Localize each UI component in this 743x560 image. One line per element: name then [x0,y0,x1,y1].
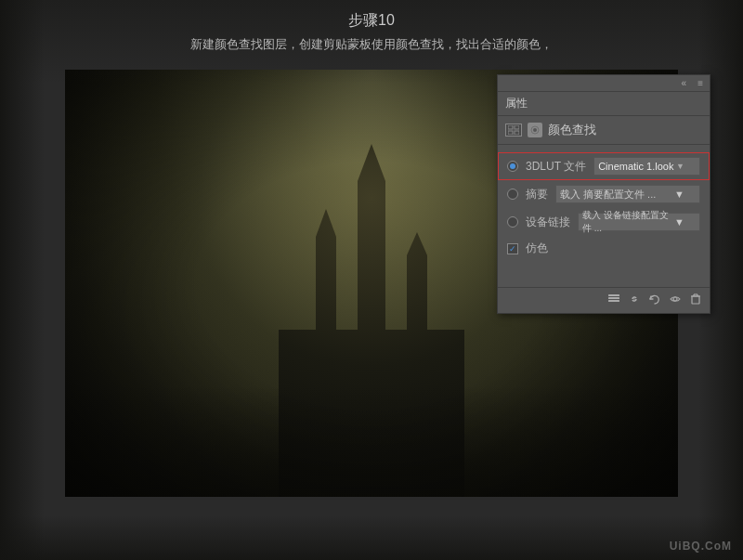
main-content: « ≡ 属性 颜色查找 [0,60,743,543]
panel-body: 3DLUT 文件 Cinematic 1.look ▼ 摘要 载入 摘要配置文件… [498,145,710,268]
lut3d-value: Cinematic 1.look [598,161,673,172]
svg-rect-1 [515,125,519,129]
dither-row[interactable]: ✓ 仿色 [498,236,710,261]
svg-point-5 [533,128,537,132]
properties-panel: « ≡ 属性 颜色查找 [497,74,710,314]
header-area: 步骤10 新建颜色查找图层，创建剪贴蒙板使用颜色查找，找出合适的颜色， [0,0,743,60]
panel-label: 属性 [498,92,710,116]
svg-rect-11 [692,296,699,304]
fog-bottom [65,385,678,497]
svg-rect-3 [515,131,519,135]
tower-left [316,237,336,348]
grid-icon [505,124,522,137]
lut3d-radio[interactable] [507,161,518,172]
panel-topbar: « ≡ [498,75,710,92]
abstract-row[interactable]: 摘要 载入 摘要配置文件 ... ▼ [498,180,710,208]
abstract-value: 载入 摘要配置文件 ... [560,188,656,202]
dither-checkbox[interactable]: ✓ [507,243,518,254]
abstract-dropdown-arrow: ▼ [674,189,684,200]
svg-rect-7 [608,300,619,302]
lut3d-dropdown[interactable]: Cinematic 1.look ▼ [593,157,700,176]
tower-main [358,181,385,348]
lut3d-dropdown-arrow: ▼ [676,162,684,171]
step-desc: 新建颜色查找图层，创建剪贴蒙板使用颜色查找，找出合适的颜色， [0,36,743,53]
svg-rect-8 [608,294,619,296]
dither-label: 仿色 [526,241,548,256]
lut3d-row[interactable]: 3DLUT 文件 Cinematic 1.look ▼ [498,152,710,180]
layers-icon[interactable] [607,293,620,308]
lut3d-label: 3DLUT 文件 [526,159,586,175]
svg-rect-2 [508,131,513,135]
step-title: 步骤10 [0,11,743,31]
panel-footer [498,287,710,313]
section-title: 颜色查找 [548,122,596,138]
eye-icon[interactable] [669,293,682,308]
panel-section-header: 颜色查找 [498,116,710,145]
device-value: 载入 设备链接配置文件 ... [582,209,674,235]
device-label: 设备链接 [526,215,570,230]
panel-menu-icon[interactable]: ≡ [695,77,706,89]
svg-point-10 [673,297,677,301]
panel-collapse-icon[interactable]: « [679,77,690,89]
watermark: UiBQ.CoM [670,540,732,553]
panel-topbar-icons: « ≡ [679,77,706,89]
tower-right [407,255,427,348]
trash-icon[interactable] [689,293,702,308]
abstract-label: 摘要 [526,187,548,202]
adjustment-icon [528,123,542,137]
device-radio[interactable] [507,216,518,228]
device-row[interactable]: 设备链接 载入 设备链接配置文件 ... ▼ [498,208,710,236]
device-dropdown[interactable]: 载入 设备链接配置文件 ... ▼ [578,213,700,231]
svg-rect-6 [608,297,619,299]
link-icon[interactable] [628,293,641,308]
svg-rect-0 [508,125,513,129]
abstract-dropdown[interactable]: 载入 摘要配置文件 ... ▼ [555,185,700,203]
device-dropdown-arrow: ▼ [674,216,684,228]
undo-icon[interactable] [648,293,661,308]
abstract-radio[interactable] [507,189,518,200]
